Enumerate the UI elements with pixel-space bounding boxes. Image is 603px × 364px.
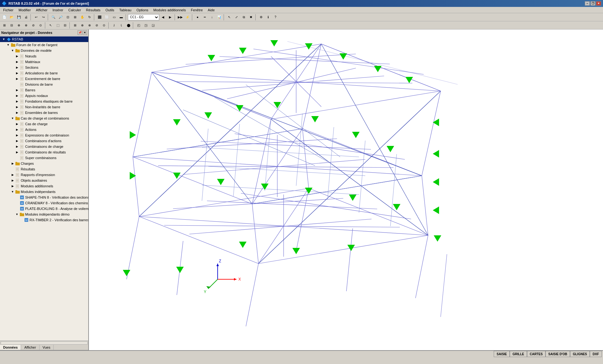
minimize-button[interactable]: − <box>585 1 590 6</box>
tree-item-cas-charge-comb[interactable]: ▼Cas de charge et combinaisons <box>0 115 88 121</box>
delete-btn[interactable]: ✖ <box>247 14 254 21</box>
tree-item-excent-barre[interactable]: ▶Excentrement de barre <box>0 76 88 82</box>
tree-toggle-fond-elast[interactable]: ▶ <box>14 99 19 104</box>
tree-item-fond-elast[interactable]: ▶Fondations élastiques de barre <box>0 99 88 104</box>
menu-item-résultats[interactable]: Résultats <box>84 8 103 13</box>
prev-case[interactable]: ◀ <box>160 14 166 21</box>
viewport[interactable]: X Y Z <box>89 29 603 350</box>
tree-toggle-modules-ind-demo[interactable]: ▼ <box>14 212 19 217</box>
tree-toggle-cas-charge[interactable]: ▶ <box>14 121 19 126</box>
print-button[interactable]: 🖨 <box>23 14 30 21</box>
tree-toggle-artic-barre[interactable]: ▶ <box>14 71 19 76</box>
view-xz[interactable]: ▭ <box>111 14 117 21</box>
tree-item-comb-actions[interactable]: ▶Combinaisons d'actions <box>0 138 88 144</box>
tree-toggle-comb-actions[interactable]: ▶ <box>14 138 19 143</box>
tree-toggle-craneway[interactable] <box>14 201 19 206</box>
rotate[interactable]: ↻ <box>86 14 93 21</box>
status-btn-glignes[interactable]: GLIGNES <box>570 351 590 357</box>
tree-toggle-charges[interactable]: ▶ <box>10 161 15 166</box>
menu-item-calculer[interactable]: Calculer <box>66 8 83 13</box>
tree-toggle-sections[interactable]: ▶ <box>14 65 19 70</box>
save-button[interactable]: 💾 <box>15 14 22 21</box>
tree-toggle-comb-result[interactable]: ▶ <box>14 150 19 155</box>
tree-item-cas-charge[interactable]: ▶Cas de charge <box>0 121 88 127</box>
tree-toggle-div-barre[interactable] <box>14 82 19 87</box>
nav-tab-vues[interactable]: Vues <box>40 345 54 350</box>
tb2-btn2[interactable]: ⊟ <box>8 22 15 29</box>
tree-toggle-ensembles[interactable]: ▶ <box>14 110 19 115</box>
tree-toggle-objets-aux[interactable]: ▶ <box>10 178 15 183</box>
nav-close[interactable]: ✕ <box>83 30 87 35</box>
tree-toggle-project[interactable]: ▼ <box>6 42 11 47</box>
tree-item-rapports[interactable]: ▶Rapports d'impression <box>0 172 88 178</box>
status-btn-saisie[interactable]: SAISIE <box>494 351 510 357</box>
load-case-dropdown[interactable]: CC1 - EG <box>128 14 159 20</box>
result-icon[interactable]: 📊 <box>216 14 223 21</box>
tree-item-materiaux[interactable]: ▶Matériaux <box>0 59 88 65</box>
open-button[interactable]: 📂 <box>8 14 15 21</box>
tree-item-expr-comb[interactable]: ▶Expressions de combinaison <box>0 132 88 138</box>
view-xy[interactable]: ⬜ <box>103 14 110 21</box>
tree-toggle-appuis-nodaux[interactable]: ▶ <box>14 93 19 98</box>
tb2-btn3[interactable]: ⊕ <box>15 22 22 29</box>
tree-toggle-excent-barre[interactable]: ▶ <box>14 76 19 81</box>
tree-item-shape-thin[interactable]: MSHAPE-THIN 8 - Vérification des section… <box>0 195 88 200</box>
new-button[interactable]: 📄 <box>1 14 8 21</box>
menu-item-outils[interactable]: Outils <box>103 8 117 13</box>
tree-item-comb-result[interactable]: ▶Combinaisons de résultats <box>0 149 88 155</box>
nav-tab-afficher[interactable]: Afficher <box>21 345 39 350</box>
tree-toggle-resultats[interactable] <box>10 167 15 172</box>
tb2-dim1[interactable]: ⤸ <box>111 22 117 29</box>
tree-item-sections[interactable]: ▶Sections <box>0 65 88 70</box>
tree-toggle-super-comb[interactable] <box>14 155 19 160</box>
tree-toggle-modules-add[interactable]: ▶ <box>10 184 15 189</box>
tb2-snap5[interactable]: ⊙ <box>100 22 107 29</box>
menu-item-fichier[interactable]: Fichier <box>1 8 16 13</box>
tree-item-modules-ind[interactable]: ▼Modules indépendants <box>0 189 88 195</box>
menu-item-insérer[interactable]: Insérer <box>50 8 66 13</box>
tree-toggle-modules-ind[interactable]: ▼ <box>10 189 15 194</box>
tree-toggle-materiaux[interactable]: ▶ <box>14 59 19 64</box>
tree-toggle-non-lin[interactable]: ▶ <box>14 104 19 110</box>
tb2-snap3[interactable]: ⊗ <box>86 22 93 29</box>
tree-item-appuis-nodaux[interactable]: ▶Appuis nodaux <box>0 93 88 99</box>
tree-toggle-shape-thin[interactable] <box>14 195 19 200</box>
settings-btn[interactable]: ⚙ <box>258 14 264 21</box>
tree-toggle-noeuds[interactable]: ▶ <box>14 54 19 59</box>
copy-btn[interactable]: ⧉ <box>240 14 247 21</box>
tree-item-super-comb[interactable]: Super combinaisons <box>0 155 88 161</box>
tb2-btn6[interactable]: ⊙ <box>37 22 44 29</box>
menu-item-modules-additionnels[interactable]: Modules additionnels <box>151 8 188 13</box>
tree-toggle-rstab[interactable]: ▼ <box>1 37 6 42</box>
tree-item-non-lin[interactable]: ▶Non-linéarités de barre <box>0 104 88 110</box>
bar-icon[interactable]: ━ <box>201 14 208 21</box>
tree-item-rstab[interactable]: ▼🔷RSTAB <box>0 36 88 42</box>
tb2-btn1[interactable]: ⊞ <box>1 22 8 29</box>
zoom-fit[interactable]: ⊡ <box>64 14 71 21</box>
tree-item-rx-timber[interactable]: MRX-TIMBER 2 - Vérification des barres e… <box>0 217 88 223</box>
tb2-filter[interactable]: ⊟ <box>62 22 68 29</box>
tb2-btn4[interactable]: ⊗ <box>23 22 30 29</box>
view-yz[interactable]: ▬ <box>118 14 125 21</box>
next-case[interactable]: ▶ <box>167 14 174 21</box>
tree-toggle-rapports[interactable]: ▶ <box>10 172 15 177</box>
tree-item-resultats[interactable]: Résultats <box>0 166 88 172</box>
status-btn-saisie-d'ob[interactable]: SAISIE D'OB <box>546 351 570 357</box>
tree-item-craneway[interactable]: MCRANEWAY 8 - Vérification des chemins d… <box>0 200 88 206</box>
tree-item-comb-charge[interactable]: ▶Combinaisons de charge <box>0 144 88 149</box>
tree-item-actions[interactable]: ▶Actions <box>0 127 88 132</box>
tb2-btn5[interactable]: ⊘ <box>30 22 37 29</box>
tb2-lasso[interactable]: ⬚ <box>54 22 61 29</box>
tb2-view1[interactable]: ◰ <box>135 22 142 29</box>
menu-item-afficher[interactable]: Afficher <box>33 8 50 13</box>
nav-tab-données[interactable]: Données <box>0 345 21 350</box>
tree-item-noeuds[interactable]: ▶Nœuds <box>0 53 88 59</box>
help-btn[interactable]: ? <box>272 14 279 21</box>
restore-button[interactable]: ❐ <box>590 1 595 6</box>
close-button[interactable]: ✕ <box>596 1 601 6</box>
tb2-snap1[interactable]: ⊞ <box>72 22 79 29</box>
tree-toggle-barres[interactable]: ▶ <box>14 88 19 93</box>
tree-toggle-plate-buck[interactable] <box>14 206 19 211</box>
tree-toggle-expr-comb[interactable]: ▶ <box>14 133 19 138</box>
pan[interactable]: ✋ <box>79 14 86 21</box>
